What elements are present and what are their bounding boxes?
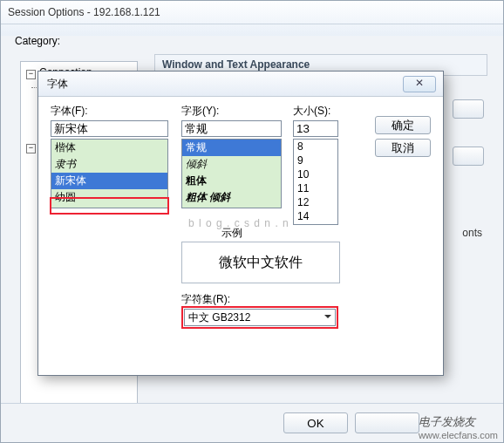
font-dialog-title: 字体	[47, 78, 68, 90]
list-item[interactable]: 楷体	[51, 140, 167, 156]
size-label: 大小(S):	[293, 104, 338, 119]
list-item[interactable]: 幼圆	[51, 189, 167, 206]
sample-label: 示例	[221, 226, 242, 241]
font-listbox[interactable]: 楷体 隶书 新宋体 幼圆	[51, 139, 168, 208]
list-item[interactable]: 常规	[182, 140, 281, 156]
list-item[interactable]: 粗体 倾斜	[182, 189, 281, 206]
list-item[interactable]: 14	[294, 209, 337, 223]
size-listbox[interactable]: 8 9 10 11 12 14 16	[293, 139, 338, 225]
panel-button-2[interactable]	[453, 147, 484, 166]
charset-select[interactable]: 中文 GB2312	[184, 309, 336, 326]
size-column: 大小(S): 8 9 10 11 12 14 16	[293, 104, 338, 225]
charset-label: 字符集(R):	[181, 292, 230, 307]
style-listbox[interactable]: 常规 倾斜 粗体 粗体 倾斜	[181, 139, 282, 208]
close-button[interactable]: ✕	[403, 76, 436, 92]
font-input[interactable]	[51, 120, 168, 137]
fonts-label-fragment: onts	[462, 227, 482, 239]
font-dialog: 字体 ✕ 字体(F): 楷体 隶书 新宋体 幼圆 字形(Y):	[37, 71, 444, 376]
list-item[interactable]: 9	[294, 153, 337, 167]
list-item[interactable]: 11	[294, 181, 337, 195]
sample-box: 微软中文软件	[181, 242, 340, 283]
font-column: 字体(F): 楷体 隶书 新宋体 幼圆	[51, 104, 168, 208]
collapse-icon[interactable]: −	[26, 70, 36, 79]
list-item[interactable]: 隶书	[51, 156, 167, 173]
list-item[interactable]: 12	[294, 195, 337, 209]
collapse-icon[interactable]: −	[26, 144, 36, 153]
font-ok-button[interactable]: 确定	[375, 116, 431, 134]
list-item[interactable]: 10	[294, 167, 337, 181]
size-input[interactable]	[293, 120, 338, 137]
style-column: 字形(Y): 常规 倾斜 粗体 粗体 倾斜	[181, 104, 282, 208]
cancel-button[interactable]: Cancel	[355, 412, 419, 433]
charset-value: 中文 GB2312	[188, 311, 250, 324]
style-input[interactable]	[181, 120, 282, 137]
style-label: 字形(Y):	[181, 104, 282, 119]
category-label: Category:	[15, 35, 491, 47]
list-item[interactable]: 倾斜	[182, 156, 281, 173]
ok-button[interactable]: OK	[283, 412, 348, 433]
panel-button-1[interactable]	[453, 99, 484, 119]
session-options-window: Session Options - 192.168.1.121 Category…	[0, 0, 504, 443]
dialog-footer: OK Cancel	[1, 403, 503, 442]
list-item[interactable]: 粗体	[182, 173, 281, 189]
font-cancel-button[interactable]: 取消	[375, 139, 431, 157]
font-dialog-body: 字体(F): 楷体 隶书 新宋体 幼圆 字形(Y): 常规 倾	[38, 97, 443, 112]
charset-highlight-box: 中文 GB2312	[181, 306, 338, 329]
list-item[interactable]: 新宋体	[51, 173, 167, 189]
font-dialog-titlebar: 字体 ✕	[38, 72, 443, 97]
font-label: 字体(F):	[51, 104, 168, 119]
list-item[interactable]: 16	[294, 223, 337, 225]
window-title: Session Options - 192.168.1.121	[1, 1, 503, 24]
list-item[interactable]: 8	[294, 140, 337, 153]
